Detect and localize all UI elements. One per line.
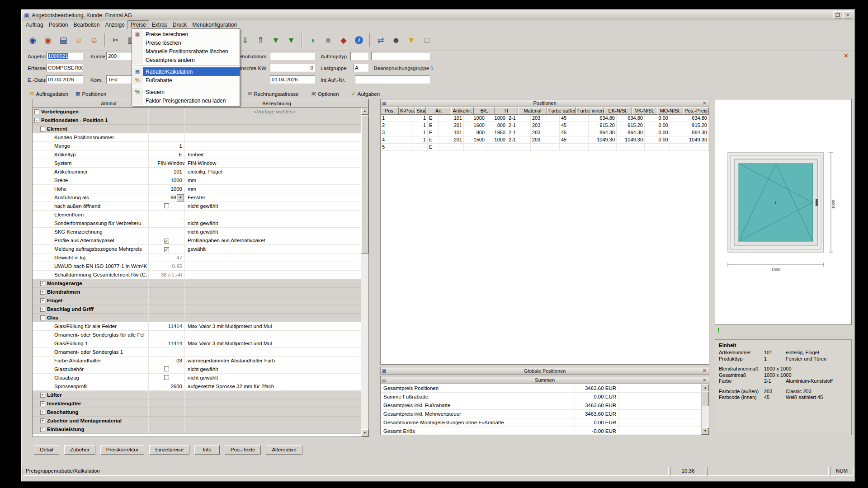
property-row[interactable]: nach außen öffnend nicht gewählt (33, 202, 362, 211)
expander-icon[interactable]: + (40, 290, 45, 295)
lastgruppe-input[interactable]: A (353, 64, 368, 72)
info-icon[interactable]: i (351, 33, 367, 47)
property-row[interactable]: + Beschattung (33, 408, 362, 417)
property-row[interactable]: Gewicht in kg 47 (33, 253, 362, 262)
attribute-value[interactable]: FIN-Window (149, 159, 185, 167)
attribute-value[interactable] (149, 288, 185, 296)
form-close-icon[interactable]: ✕ (844, 53, 849, 59)
attribute-value[interactable] (149, 133, 185, 141)
expander-icon[interactable]: + (40, 410, 45, 415)
angebotsdatum-input[interactable] (270, 52, 315, 60)
property-row[interactable]: Artikeltyp E Einheit (33, 150, 362, 159)
auftragstyp-desc-input[interactable] (371, 52, 430, 60)
property-row[interactable]: + Montagezarge (33, 279, 362, 288)
property-row[interactable]: Sonderformanpassung für Verbreiteru - ni… (33, 219, 362, 228)
positionen-row[interactable]: 31 E101800 19502-1203 45864.30864.30 0.0… (381, 129, 709, 136)
positionen-column-header[interactable]: Farbe außen (547, 107, 576, 115)
checkbox[interactable] (164, 239, 169, 244)
attribute-value[interactable] (149, 391, 185, 399)
clear-icon[interactable]: ◗ (305, 33, 321, 47)
property-row[interactable]: - Glas (33, 314, 362, 322)
attribute-value[interactable] (149, 245, 185, 253)
expander-icon[interactable]: - (40, 127, 45, 131)
angebot-input[interactable]: 1000021 (46, 52, 83, 60)
property-row[interactable]: UW/UD nach EN ISO 10077-1 in W/m²K 0.95 (33, 262, 362, 271)
menu-item[interactable]: Bearbeiten (71, 21, 102, 29)
property-row[interactable]: + Flügel (33, 296, 362, 305)
menu-item[interactable]: Druck (170, 21, 189, 29)
attribute-value[interactable]: 11414 (149, 339, 185, 347)
property-row[interactable]: Glaszubehör nicht gewählt (33, 365, 362, 374)
erfasser-input[interactable]: COMPOSER002 (46, 64, 83, 72)
kw-input[interactable]: 0 (270, 64, 315, 72)
save-icon[interactable]: ▤ (56, 33, 71, 47)
checkbox[interactable] (164, 366, 169, 371)
attribute-value[interactable] (149, 417, 185, 425)
attribute-value[interactable]: 11414 (149, 322, 185, 330)
positionen-column-header[interactable]: VK-N/St. (632, 107, 657, 115)
export-icon[interactable]: ⇑ (253, 33, 268, 47)
menu-item-preise-loeschen[interactable]: Preise löschen (132, 38, 240, 47)
package-icon[interactable]: ■ (321, 33, 336, 47)
property-row[interactable]: Meldung auftragsbezogene Mehrpreis gewäh… (33, 245, 362, 253)
lieferdatum-input[interactable]: 01.04.2026 (270, 75, 315, 84)
property-row[interactable]: Farbe Abstandhalter 03 wärmegedämmter Ab… (33, 357, 362, 365)
summen-row[interactable]: Summe Fußrabatte 0.00 EUR (381, 393, 709, 401)
attribute-value[interactable]: - (149, 219, 185, 227)
summen-row[interactable]: Gesamtpreis inkl. Fußrabatte 3463.60 EUR (381, 401, 709, 410)
attribute-value[interactable] (149, 279, 185, 287)
checkbox[interactable] (164, 375, 169, 380)
download-alt-icon[interactable]: ▼ (283, 33, 299, 47)
expander-icon[interactable]: + (40, 307, 45, 312)
attribute-value[interactable] (149, 305, 185, 313)
positionen-close-icon[interactable]: ✕ (702, 100, 708, 106)
attribute-value[interactable]: 98 (149, 193, 185, 202)
attribute-value[interactable] (149, 348, 185, 356)
expander-icon[interactable]: - (40, 315, 45, 320)
property-row[interactable]: Sprossenprofil 2600 aufgesetzte Sprosse … (33, 382, 362, 391)
attribute-value[interactable]: 1 (149, 142, 185, 150)
tab-positionen[interactable]: ▦ Positionen (72, 90, 110, 98)
attribute-value[interactable]: 47 (149, 253, 185, 262)
filter-icon[interactable]: ▼ (404, 33, 419, 47)
intauf-input[interactable] (355, 75, 430, 84)
attribute-value[interactable] (149, 314, 185, 322)
attribute-value[interactable]: 38 (-1;-4) (149, 271, 185, 279)
expander-icon[interactable]: + (40, 281, 45, 286)
expander-icon[interactable]: + (40, 401, 45, 406)
alternative-button[interactable]: Alternative (266, 445, 302, 455)
element-drawing-panel[interactable]: 1 1000 1000 (715, 99, 852, 325)
positionen-column-header[interactable]: Artikelnr. (451, 107, 474, 115)
property-row[interactable]: Breite 1000 mm (33, 176, 362, 185)
checkbox[interactable] (164, 203, 169, 208)
positionen-column-header[interactable]: H (495, 107, 518, 115)
property-row[interactable]: Menge 1 (33, 142, 362, 150)
summen-row[interactable]: Gesamt Erlös -0.00 EUR (381, 427, 709, 435)
positionen-column-header[interactable]: K-Pos. (399, 107, 415, 115)
attribute-value[interactable] (149, 296, 185, 305)
summen-scrollbar[interactable]: ▲ ▼ (701, 384, 709, 435)
positionen-row[interactable]: 11 E1011000 10002-1203 45634.80634.80 0.… (381, 115, 709, 122)
attribute-value[interactable]: 0.95 (149, 262, 185, 270)
property-row[interactable]: Ornament- oder Sonderglas 1 (33, 348, 362, 357)
menu-item[interactable]: Auftrag (23, 21, 46, 29)
edatum-input[interactable]: 01.04.2026 (46, 75, 83, 84)
attribute-value[interactable] (149, 365, 185, 373)
property-row[interactable]: Höhe 1000 mm (33, 185, 362, 193)
pos-texte-button[interactable]: Pos.-Texte (225, 445, 261, 455)
property-row[interactable]: + Insektengitter (33, 399, 362, 408)
attribute-value[interactable] (149, 408, 185, 416)
property-grid-scrollbar[interactable]: ▲ ▼ (361, 108, 368, 436)
tab-aufgaben[interactable]: ✓ Aufgaben (348, 90, 383, 98)
menu-item-fussrabatte[interactable]: % Fußrabatte (132, 76, 240, 84)
refresh-icon[interactable]: ⇄ (373, 33, 388, 47)
orders-icon[interactable]: ◉ (40, 33, 56, 47)
preiskorrektur-button[interactable]: Preiskorrektur (100, 445, 145, 455)
positionen-column-header[interactable]: Stück (415, 107, 426, 115)
property-row[interactable]: Glasabzug nicht gewählt (33, 374, 362, 382)
menu-item[interactable]: Menükonfiguration (189, 21, 240, 29)
attribute-value[interactable] (149, 211, 185, 219)
attribute-value[interactable] (149, 236, 185, 244)
attribute-value[interactable]: 1000 (149, 185, 185, 193)
property-row[interactable]: Glas/Füllung 1 11414 Max-Valor 3 mit Mul… (33, 339, 362, 348)
